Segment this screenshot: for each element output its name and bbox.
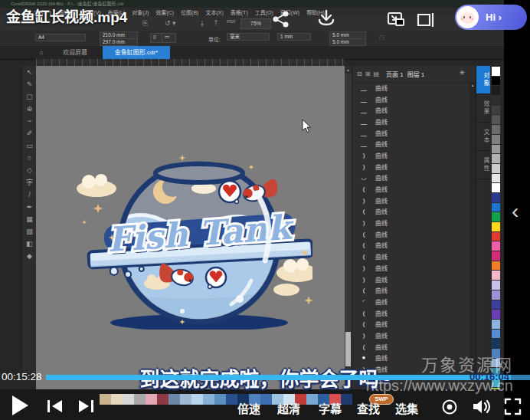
color-swatch[interactable] (492, 135, 500, 144)
scrollbar-thumb[interactable] (345, 332, 351, 366)
color-swatch[interactable] (492, 77, 500, 86)
color-swatch[interactable] (492, 96, 500, 105)
color-swatch[interactable] (492, 300, 500, 310)
menu-item[interactable]: 位图(B) (181, 8, 198, 16)
document-color-swatch[interactable] (168, 394, 180, 405)
page-height-field[interactable]: 297.0 mm (100, 38, 138, 46)
tool-button[interactable]: ◇ (23, 164, 36, 176)
color-swatch[interactable] (492, 174, 500, 183)
color-swatch[interactable] (492, 203, 500, 212)
tool-button[interactable]: ▢ (23, 90, 36, 103)
layers-icon[interactable]: ⊞ (365, 71, 371, 77)
tool-button[interactable]: ▦ (23, 213, 36, 225)
document-color-swatch[interactable] (157, 394, 168, 405)
tool-button[interactable]: ~ (23, 115, 36, 127)
object-list-item[interactable]: ) 曲线 (352, 274, 469, 285)
record-icon[interactable] (441, 399, 458, 415)
landscape-button[interactable]: ▭ (162, 33, 176, 43)
color-swatch[interactable] (492, 86, 500, 95)
next-button[interactable] (77, 399, 95, 414)
tool-button[interactable]: ◧ (23, 238, 36, 250)
document-color-swatch[interactable] (214, 394, 226, 405)
tab-welcome[interactable]: 欢迎屏幕 (49, 46, 101, 59)
object-list-item[interactable]: ) 曲线 (352, 217, 469, 228)
search-button[interactable]: 查找 (357, 400, 380, 416)
color-swatch[interactable] (492, 145, 500, 154)
fullscreen-icon[interactable] (504, 398, 522, 415)
paste-icon[interactable]: ⎘ (142, 19, 148, 28)
color-swatch[interactable] (492, 106, 500, 115)
document-color-swatch[interactable] (111, 394, 123, 405)
document-color-swatch[interactable] (191, 394, 203, 405)
page-icon[interactable]: ▤ (373, 71, 379, 77)
object-list-item[interactable]: ﹏ 曲线 (352, 82, 469, 94)
color-swatch[interactable] (492, 67, 500, 76)
docker-tab-objects[interactable]: 对象 (476, 66, 490, 94)
quality-button[interactable]: 超清 (277, 400, 300, 416)
list-scroll-up-icon[interactable]: ▲ (469, 82, 476, 89)
menu-item[interactable]: 表格(T) (231, 8, 248, 16)
docker-tab-text[interactable]: 文本 (476, 123, 490, 151)
document-color-swatch[interactable] (146, 394, 157, 405)
tool-button[interactable]: ↖ (23, 66, 36, 78)
tool-button[interactable]: / (23, 189, 36, 201)
assistant-button[interactable]: Hi › (455, 5, 527, 30)
object-list-item[interactable]: ) 曲线 (352, 330, 469, 341)
menu-item[interactable]: 工具(O) (255, 8, 273, 16)
play-button[interactable] (12, 395, 28, 415)
document-color-swatch[interactable] (306, 394, 318, 405)
document-color-swatch[interactable] (203, 394, 214, 405)
color-swatch[interactable] (492, 125, 500, 134)
object-list-item[interactable]: ( 曲线 (352, 318, 469, 330)
color-swatch[interactable] (492, 222, 500, 231)
volume-icon[interactable] (472, 398, 492, 415)
visibility-icon[interactable]: ⊟ (357, 71, 362, 77)
episodes-button[interactable]: 选集 (395, 400, 418, 416)
tool-button[interactable]: ✐ (23, 127, 36, 139)
color-swatch[interactable] (492, 154, 500, 163)
color-swatch[interactable] (492, 183, 500, 192)
tool-button[interactable]: ✒ (23, 201, 36, 213)
download-icon[interactable] (316, 8, 336, 28)
progress-bar[interactable] (46, 375, 530, 380)
color-swatch[interactable] (492, 193, 500, 202)
color-swatch[interactable] (492, 339, 500, 348)
object-list-item[interactable]: ( 曲线 (352, 307, 469, 319)
tool-button[interactable]: ▧ (23, 225, 36, 238)
color-swatch[interactable] (492, 261, 500, 271)
object-list-item[interactable]: ( 曲线 (352, 341, 469, 353)
document-color-swatch[interactable] (341, 394, 352, 405)
object-list-item[interactable]: ( 曲线 (352, 240, 469, 251)
color-swatch[interactable] (492, 290, 500, 300)
document-color-swatch[interactable] (134, 394, 146, 405)
color-swatch[interactable] (492, 115, 500, 124)
color-swatch[interactable] (492, 164, 500, 173)
object-list-item[interactable]: ( 曲线 (352, 206, 469, 218)
page-preset-select[interactable]: A4 (35, 34, 86, 41)
object-list-item[interactable]: ﹏ 曲线 (352, 138, 469, 149)
home-icon[interactable]: ⌂ (35, 46, 47, 59)
units-select[interactable]: 毫米 (227, 33, 270, 41)
object-list-item[interactable]: ( 曲线 (352, 183, 469, 195)
object-list-item[interactable]: ) 曲线 (352, 161, 469, 172)
gear-icon[interactable]: ✳ (459, 69, 465, 77)
share-icon[interactable] (272, 10, 290, 28)
color-swatch[interactable] (492, 232, 500, 241)
screenshot-icon[interactable] (387, 10, 405, 28)
color-swatch[interactable] (492, 320, 500, 329)
options-icon[interactable]: ⬚ (379, 34, 384, 41)
color-swatch[interactable] (492, 271, 500, 280)
object-list-item[interactable]: ﹏ 曲线 (352, 116, 469, 127)
scroll-up-icon[interactable]: ▲ (345, 66, 352, 74)
tab-document-active[interactable]: 金鱼缸图形.cdr* (103, 46, 170, 59)
previous-button[interactable] (46, 399, 64, 414)
side-panel-chevron-icon[interactable]: ‹ (512, 199, 519, 224)
undo-icon[interactable]: ↺ ▾ (165, 19, 176, 27)
tool-button[interactable]: ⊕ (23, 103, 36, 115)
object-list-item[interactable]: ( 曲线 (352, 284, 469, 296)
color-swatch[interactable] (492, 212, 500, 221)
menu-item[interactable]: 效果(C) (155, 8, 174, 16)
nudge-field[interactable]: 1 mm (277, 33, 311, 41)
object-list-item[interactable]: ﹏ 曲线 (352, 127, 469, 139)
document-color-swatch[interactable] (123, 394, 134, 405)
